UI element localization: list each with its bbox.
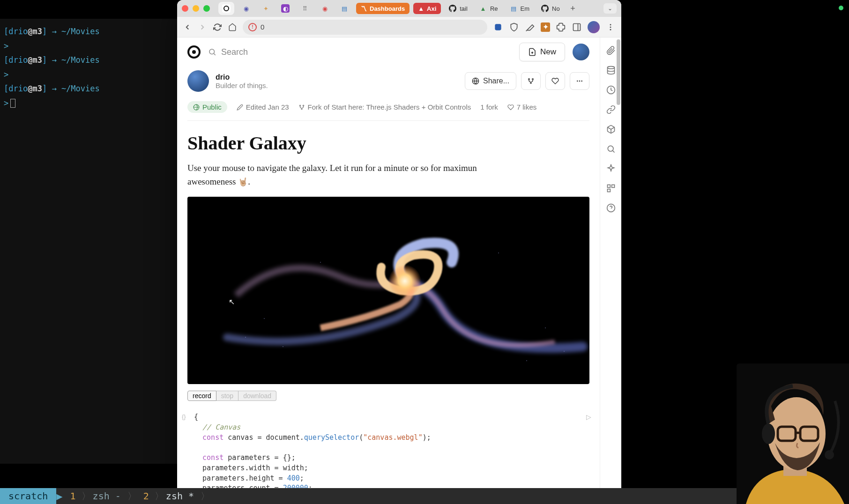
terminal-window[interactable]: [drio@m3] → ~/Movies > [drio@m3] → ~/Mov… xyxy=(0,19,178,464)
like-count[interactable]: 7 likes xyxy=(507,103,537,111)
home-button[interactable] xyxy=(228,22,237,32)
new-button[interactable]: New xyxy=(519,43,565,61)
tab-purple[interactable]: ◐ xyxy=(277,2,293,15)
github-icon xyxy=(448,4,457,13)
sidepanel-button[interactable] xyxy=(572,22,582,32)
author-block: drio Builder of things. Share... xyxy=(187,70,589,92)
browser-toolbar: ! 0 ✦ xyxy=(177,17,621,37)
tmux-window-2[interactable]: 2〉zsh * xyxy=(139,490,199,503)
new-tab-button[interactable]: + xyxy=(567,3,579,14)
svg-point-28 xyxy=(526,360,527,361)
maximize-icon[interactable] xyxy=(203,5,210,12)
svg-rect-38 xyxy=(607,189,610,192)
tmux-session[interactable]: scratch xyxy=(0,488,56,504)
svg-point-23 xyxy=(264,318,265,319)
fork-button[interactable] xyxy=(521,72,541,90)
extensions-button[interactable] xyxy=(556,22,566,32)
svg-point-44 xyxy=(762,423,775,444)
stop-button[interactable]: stop xyxy=(216,391,238,401)
like-button[interactable] xyxy=(545,72,565,90)
grafana-icon: 〽 xyxy=(361,5,367,12)
ext-brush[interactable] xyxy=(525,22,535,32)
fork-count[interactable]: 1 fork xyxy=(480,103,498,111)
axiom-icon: ▲ xyxy=(418,5,424,12)
cursor-icon xyxy=(10,99,15,108)
svg-point-3 xyxy=(610,24,611,25)
tab-drive[interactable]: ▲Re xyxy=(475,2,502,15)
help-icon[interactable] xyxy=(606,203,616,213)
tab-teams[interactable]: ◉ xyxy=(238,2,254,15)
svg-line-35 xyxy=(612,151,614,153)
observable-icon xyxy=(222,4,231,13)
tab-dashboards[interactable]: 〽Dashboards xyxy=(356,3,410,14)
tmux-window-1[interactable]: 1〉zsh - xyxy=(66,490,126,503)
download-button[interactable]: download xyxy=(238,391,276,401)
svg-point-22 xyxy=(388,265,421,297)
terminal-prompt: > xyxy=(4,67,174,82)
cell-run-icon[interactable]: ▷ xyxy=(586,413,591,421)
cell-gutter-icon[interactable]: {} xyxy=(182,413,186,420)
terminal-line: [drio@m3] → ~/Movies xyxy=(4,24,174,39)
minimap-icon[interactable] xyxy=(606,184,616,193)
tab-doc-em[interactable]: ▤Em xyxy=(506,2,534,15)
svg-point-13 xyxy=(530,82,532,84)
right-rail xyxy=(600,37,621,497)
find-icon[interactable] xyxy=(606,144,616,154)
tab-strip: ◉ ✦ ◐ ⠿ ◉ ▤ 〽Dashboards ▲Axi tail ▲Re ▤E… xyxy=(177,0,621,17)
history-icon[interactable] xyxy=(606,85,616,95)
ext-1password[interactable] xyxy=(493,22,503,32)
tab-observable[interactable] xyxy=(218,2,234,15)
observable-logo[interactable] xyxy=(187,45,201,59)
profile-avatar[interactable] xyxy=(588,21,600,33)
ai-assist-icon[interactable] xyxy=(606,164,616,173)
tab-github-tail[interactable]: tail xyxy=(445,2,471,15)
tab-claude[interactable]: ✦ xyxy=(258,2,274,15)
tab-doc[interactable]: ▤ xyxy=(336,2,352,15)
forward-button[interactable] xyxy=(198,22,207,32)
tab-github-no[interactable]: No xyxy=(537,2,564,15)
package-icon[interactable] xyxy=(606,125,616,134)
github-icon xyxy=(541,4,549,13)
tab-grid[interactable]: ⠿ xyxy=(297,2,313,15)
back-button[interactable] xyxy=(183,22,192,32)
tab-axiom[interactable]: ▲Axi xyxy=(413,3,441,14)
code-cell[interactable]: {} ▷ { // Canvas const canvas = document… xyxy=(183,412,594,494)
menu-button[interactable] xyxy=(605,22,616,32)
svg-point-14 xyxy=(577,81,578,82)
minimize-icon[interactable] xyxy=(193,5,199,12)
fork-source[interactable]: Fork of Start here: Three.js Shaders + O… xyxy=(298,103,471,111)
mouse-cursor-icon: ↖ xyxy=(229,297,235,306)
data-icon[interactable] xyxy=(606,66,616,75)
tab-red[interactable]: ◉ xyxy=(317,2,333,15)
user-avatar[interactable] xyxy=(573,44,589,60)
site-info-icon[interactable]: ! xyxy=(248,23,257,31)
ext-pinboard[interactable]: ✦ xyxy=(541,22,550,32)
dependencies-icon[interactable] xyxy=(606,105,616,114)
svg-line-7 xyxy=(214,53,215,55)
close-icon[interactable] xyxy=(182,5,188,12)
code-content[interactable]: { // Canvas const canvas = document.quer… xyxy=(183,412,594,494)
tabs-dropdown[interactable]: ⌄ xyxy=(603,3,617,14)
share-button[interactable]: Share... xyxy=(465,72,516,90)
browser-window: ◉ ✦ ◐ ⠿ ◉ ▤ 〽Dashboards ▲Axi tail ▲Re ▤E… xyxy=(177,0,621,497)
author-name[interactable]: drio xyxy=(216,73,268,82)
reload-button[interactable] xyxy=(213,22,222,32)
svg-point-27 xyxy=(564,351,565,352)
ext-shield[interactable] xyxy=(509,22,519,32)
record-icon: ◉ xyxy=(320,4,329,13)
galaxy-canvas[interactable]: ↖ xyxy=(187,197,589,384)
more-button[interactable] xyxy=(570,72,589,90)
terminal-prompt-active[interactable]: > xyxy=(4,96,174,111)
svg-point-29 xyxy=(498,252,499,253)
svg-point-11 xyxy=(529,79,530,80)
notebook-meta: Public Edited Jan 23 Fork of Start here:… xyxy=(187,101,589,121)
svg-point-19 xyxy=(303,105,304,106)
svg-point-6 xyxy=(209,49,215,54)
svg-point-31 xyxy=(607,67,614,69)
record-button[interactable]: record xyxy=(187,391,216,401)
author-avatar[interactable] xyxy=(187,70,209,92)
svg-point-26 xyxy=(545,327,546,328)
search-input[interactable]: Search xyxy=(208,47,512,57)
url-bar[interactable]: ! 0 xyxy=(243,20,487,35)
attach-icon[interactable] xyxy=(606,46,616,55)
